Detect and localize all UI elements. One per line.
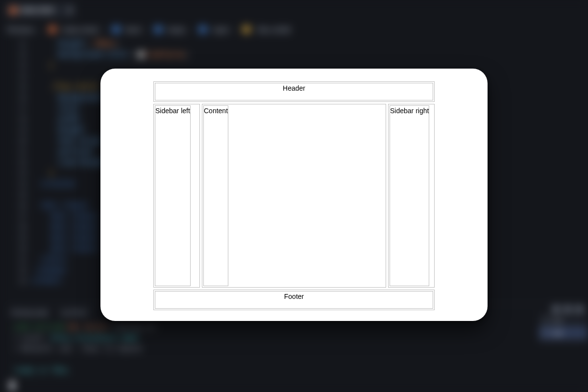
breadcrumb-item[interactable]: Flexbox — [7, 25, 35, 34]
breadcrumb-item[interactable]: body — [168, 25, 185, 34]
terminal-cursor — [10, 381, 15, 390]
file-icon — [49, 26, 56, 33]
brackets-icon — [199, 26, 206, 33]
brackets-icon — [155, 26, 162, 33]
line-number-gutter: 1112131415161718192021222324252627282930… — [9, 38, 26, 286]
breadcrumb-item[interactable]: style — [212, 25, 229, 34]
layout-sidebar-right: Sidebar right — [388, 104, 435, 288]
layout-preview-card: Header Sidebar left Content Sidebar righ… — [100, 69, 488, 321]
chevron-right-icon: › — [104, 25, 107, 34]
holy-grail-layout: Header Sidebar left Content Sidebar righ… — [153, 81, 435, 310]
terminal-shell-list[interactable]: zsh zsh — [539, 314, 588, 343]
layout-header: Header — [153, 81, 435, 102]
editor-tab-label: index.html — [20, 6, 54, 14]
layout-sidebar-left: Sidebar left — [153, 104, 200, 288]
shell-item[interactable]: zsh — [539, 314, 588, 326]
layout-sidebar-right-label: Sidebar right — [390, 105, 429, 286]
selector-icon — [243, 26, 250, 33]
breadcrumb[interactable]: Flexbox › index.html › html › body › sty… — [7, 24, 581, 35]
shell-item[interactable]: zsh — [539, 326, 588, 339]
layout-content: Content — [202, 104, 386, 288]
chevron-right-icon: › — [147, 25, 149, 34]
tab-problems[interactable]: PROBLEMS — [11, 309, 49, 317]
tab-output[interactable]: OUTPUT — [61, 309, 88, 317]
trash-icon[interactable] — [576, 306, 583, 313]
layout-header-label: Header — [155, 83, 433, 100]
chevron-right-icon: › — [41, 25, 43, 34]
close-icon[interactable]: × — [68, 6, 72, 15]
brackets-icon — [113, 26, 120, 33]
layout-footer-label: Footer — [155, 291, 433, 309]
layout-content-label: Content — [203, 105, 228, 286]
breadcrumb-item[interactable]: index.html — [62, 25, 98, 34]
editor-tab[interactable]: index.html × — [5, 3, 76, 18]
chevron-right-icon: › — [235, 25, 237, 34]
terminal-actions[interactable] — [553, 306, 583, 313]
chevron-right-icon: › — [191, 25, 194, 34]
split-icon[interactable] — [564, 306, 571, 313]
terminal-output[interactable]: vite v2.9.10 dev server running at: ➜ Lo… — [14, 321, 529, 375]
breadcrumb-item[interactable]: .flex-child — [256, 25, 290, 34]
layout-footer: Footer — [153, 290, 435, 310]
layout-sidebar-left-label: Sidebar left — [155, 105, 191, 286]
breadcrumb-item[interactable]: html — [125, 25, 141, 34]
plus-icon[interactable] — [553, 306, 560, 313]
